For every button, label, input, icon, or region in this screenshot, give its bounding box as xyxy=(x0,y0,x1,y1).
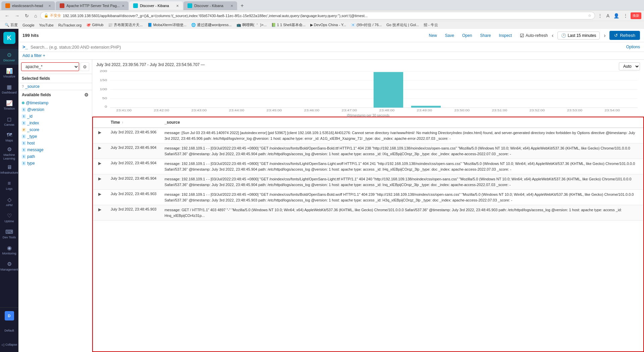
sidebar-item-timelion[interactable]: 📈 Timelion xyxy=(0,97,18,113)
options-button[interactable]: Options xyxy=(626,45,640,49)
bookmark-mail[interactable]: 📧 (99+封信 / 76... xyxy=(349,22,384,28)
inspect-button[interactable]: Inspect xyxy=(496,32,515,39)
hits-count: 199 hits xyxy=(22,33,39,38)
svg-text:50: 50 xyxy=(102,96,107,100)
tab-close-4[interactable]: ✕ xyxy=(230,4,233,8)
field-message[interactable]: t message xyxy=(18,146,92,153)
search-input[interactable] xyxy=(31,45,624,50)
reload-button[interactable]: ↻ xyxy=(23,12,31,19)
collapse-button[interactable]: ◁ Collapse xyxy=(0,339,18,351)
sidebar-item-monitoring[interactable]: ◉ Monitoring xyxy=(0,242,18,258)
sidebar-item-dashboard[interactable]: ▦ Dashboard xyxy=(0,81,18,97)
bookmark-rutracker[interactable]: RuTracker.org xyxy=(56,22,84,28)
table-row: ▶ July 3rd 2022, 23:48:45.904 message: 1… xyxy=(93,143,643,159)
tab-discover-2[interactable]: Discover - Kibana ✕ xyxy=(183,1,237,10)
chart-area: July 3rd 2022, 23:39:56.707 - July 3rd 2… xyxy=(92,60,644,117)
expand-button[interactable]: ▶ xyxy=(97,176,103,181)
bookmark-english[interactable]: 📰 齐布斯英语片天... xyxy=(106,22,145,28)
sidebar-item-maps[interactable]: 🗺 Maps xyxy=(0,129,18,145)
kibana-logo[interactable]: K xyxy=(0,29,18,47)
share-button[interactable]: Share xyxy=(477,32,493,39)
next-page-button[interactable]: › xyxy=(602,32,607,39)
sidebar-label-dashboard: Dashboard xyxy=(2,91,16,94)
bookmark-devops[interactable]: ▶ DevOps China - Y... xyxy=(308,22,348,28)
time-col-header[interactable]: Time ↑ xyxy=(107,117,160,128)
bookmark-github[interactable]: 🐙 GitHub xyxy=(84,22,105,28)
sidebar-user[interactable]: D xyxy=(0,309,18,322)
field-type[interactable]: t _type xyxy=(18,133,92,140)
sort-icon: ↑ xyxy=(122,121,123,124)
bookmark-cloud[interactable]: 招 - 牛云 xyxy=(422,22,440,28)
field-version[interactable]: t @version xyxy=(18,106,92,113)
back-button[interactable]: ← xyxy=(3,12,11,19)
expand-cell[interactable]: ▶ xyxy=(93,190,107,205)
expand-cell[interactable]: ▶ xyxy=(93,143,107,159)
bookmark-google[interactable]: Google xyxy=(20,22,36,28)
tab-label-4: Discover - Kibana xyxy=(194,4,228,8)
new-tab-button[interactable]: + xyxy=(238,1,246,10)
interval-selector[interactable]: Auto xyxy=(619,62,640,70)
results-area[interactable]: Time ↑ _source ▶ July 3rd 2022, xyxy=(92,117,644,352)
sidebar-item-discover[interactable]: ⊙ Discover xyxy=(0,49,18,65)
sidebar-item-management[interactable]: ⚙ Management xyxy=(0,258,18,274)
field-type-log[interactable]: t type xyxy=(18,160,92,167)
tab-elasticsearch-head[interactable]: elasticsearch-head ✕ xyxy=(1,1,55,10)
home-button[interactable]: ⌂ xyxy=(32,12,39,19)
extensions-button[interactable]: ⋮ xyxy=(596,12,604,19)
address-bar[interactable]: 🔓 不安全 192.168.109.138:5601/app/kibana#/d… xyxy=(40,12,595,19)
field-path[interactable]: t path xyxy=(18,153,92,160)
save-button[interactable]: Save xyxy=(442,32,457,39)
field-timestamp[interactable]: @timestamp xyxy=(18,100,92,106)
user-icon[interactable]: 👤 xyxy=(612,12,621,19)
settings-icon[interactable]: 換新 xyxy=(631,12,641,19)
sidebar-item-visualize[interactable]: 📊 Visualize xyxy=(0,65,18,81)
sidebar-item-apm[interactable]: ◇ APM xyxy=(0,193,18,210)
index-pattern-dropdown[interactable]: apache_* xyxy=(21,62,79,71)
index-settings-button[interactable]: ⚙ xyxy=(80,62,89,71)
bookmark-shell[interactable]: 📗 1 1 Shell基本命... xyxy=(269,22,308,28)
bookmark-wordpress[interactable]: 🌐 通过搭建wordpress... xyxy=(189,22,234,28)
source-field-item[interactable]: ? _source xyxy=(18,83,92,90)
prev-page-button[interactable]: ‹ xyxy=(550,32,555,39)
menu-button[interactable]: ⋮ xyxy=(622,12,629,19)
sidebar-item-infrastructure[interactable]: 🖥 Infrastructure xyxy=(0,161,18,177)
tab-close-3[interactable]: ✕ xyxy=(176,4,179,8)
add-filter-button[interactable]: Add a filter + xyxy=(22,53,45,58)
chart-svg: 200 150 100 50 0 xyxy=(96,68,640,112)
field-host[interactable]: t host xyxy=(18,140,92,146)
expand-cell[interactable]: ▶ xyxy=(93,174,107,190)
expand-cell[interactable]: ▶ xyxy=(93,128,107,143)
sidebar-item-uptime[interactable]: ♡ Uptime xyxy=(0,210,18,226)
sidebar-item-devtools[interactable]: ⌨ Dev Tools xyxy=(0,226,18,242)
refresh-button[interactable]: ↺ Refresh xyxy=(609,31,640,40)
time-range-button[interactable]: 🕐 Last 15 minutes xyxy=(557,32,600,40)
bookmark-bilibili[interactable]: 📺 啊哩啊( ＇ )>... xyxy=(234,22,269,28)
bookmark-mobaxterm[interactable]: 📘 MobaXterm详细使... xyxy=(146,22,189,28)
tab-discover-active[interactable]: Discover - Kibana ✕ xyxy=(129,1,183,10)
bookmark-golang[interactable]: Go 技术论坛 | Gol... xyxy=(384,22,421,28)
new-button[interactable]: New xyxy=(426,32,440,39)
bookmark-baidu[interactable]: 🔍 百度 xyxy=(3,22,20,28)
field-score[interactable]: # _score xyxy=(18,126,92,133)
sidebar-item-ml[interactable]: ⚙ Machine Learning xyxy=(0,145,18,161)
expand-button[interactable]: ▶ xyxy=(97,130,103,135)
fields-gear-icon[interactable]: ⚙ xyxy=(84,92,89,98)
expand-button[interactable]: ▶ xyxy=(97,145,103,150)
tab-apache[interactable]: Apache HTTP Server Test Pag... ✕ xyxy=(56,1,128,10)
tab-close-1[interactable]: ✕ xyxy=(48,4,51,8)
expand-cell[interactable]: ▶ xyxy=(93,205,107,221)
field-index[interactable]: t _index xyxy=(18,120,92,126)
bookmark-star-icon[interactable]: ☆ xyxy=(588,13,591,18)
expand-button[interactable]: ▶ xyxy=(97,161,103,166)
field-id[interactable]: t _id xyxy=(18,113,92,120)
sidebar-item-logs[interactable]: ≡ Logs xyxy=(0,177,18,193)
sidebar-item-canvas[interactable]: ◻ Canvas xyxy=(0,113,18,129)
expand-button[interactable]: ▶ xyxy=(97,192,103,196)
bookmark-youtube[interactable]: YouTube xyxy=(37,22,56,28)
forward-button[interactable]: → xyxy=(13,12,21,19)
translate-icon[interactable]: A xyxy=(605,12,611,19)
tab-close-2[interactable]: ✕ xyxy=(122,4,124,8)
expand-button[interactable]: ▶ xyxy=(97,207,103,212)
expand-cell[interactable]: ▶ xyxy=(93,159,107,174)
open-button[interactable]: Open xyxy=(460,32,475,39)
